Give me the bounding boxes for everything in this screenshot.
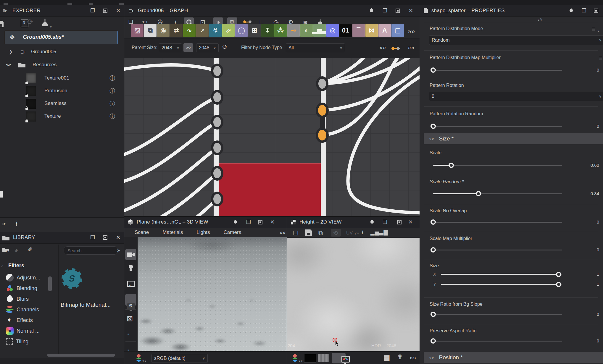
section-header-size[interactable]: ∨ Size *: [424, 133, 603, 144]
parent-height-select[interactable]: 2048∨: [196, 43, 219, 52]
menu-item[interactable]: Camera: [224, 229, 241, 235]
view2d-maximize-icon[interactable]: [397, 220, 402, 224]
broom-icon[interactable]: [41, 19, 49, 26]
toolbar-overflow-icon[interactable]: »: [408, 44, 414, 50]
uniform-color-node[interactable]: ▨: [131, 24, 144, 37]
rail-collapse-icon[interactable]: »: [126, 331, 131, 336]
view3d-pin-icon[interactable]: [233, 220, 238, 224]
info-icon[interactable]: [109, 100, 115, 108]
dumbbell-icon[interactable]: [391, 47, 400, 50]
info-italic-icon[interactable]: i: [15, 219, 17, 228]
library-filter-item[interactable]: Tiling: [0, 336, 53, 347]
input-connector[interactable]: [211, 140, 223, 155]
properties-pin-icon[interactable]: [569, 8, 574, 13]
pie-icon[interactable]: ◕: [14, 246, 18, 254]
floppy-icon[interactable]: [0, 21, 4, 27]
slider[interactable]: [433, 165, 562, 166]
reset-size-icon[interactable]: ↺: [222, 44, 227, 50]
input-connector[interactable]: [211, 166, 223, 181]
warp-node[interactable]: ↯: [209, 24, 222, 37]
shape-node[interactable]: ◯: [235, 24, 248, 37]
view3d-pane-icon[interactable]: [246, 219, 251, 225]
histogram-icon[interactable]: ▂▅▃▇: [370, 230, 388, 235]
height-blend-node[interactable]: ↧: [261, 24, 274, 37]
pattern-distribution-mode-select[interactable]: Random∨: [429, 35, 603, 45]
param-menu-icon[interactable]: [592, 27, 598, 31]
resource-row[interactable]: Protrusion: [0, 85, 124, 98]
view3d-close-icon[interactable]: [270, 219, 275, 225]
bottombar-overflow-icon[interactable]: »: [409, 355, 416, 360]
spline-node[interactable]: ⌒: [352, 24, 365, 37]
library-item[interactable]: S Bitmap to Material...: [59, 268, 123, 327]
graph-pane-icon[interactable]: [383, 8, 387, 13]
view2d-pane-icon[interactable]: [383, 219, 387, 225]
explorer-pane-icon[interactable]: [90, 8, 95, 13]
resource-row[interactable]: Texture001: [0, 72, 124, 85]
library-filter-item[interactable]: Adjustm...: [0, 272, 53, 283]
menu-overflow-icon[interactable]: »: [280, 230, 286, 235]
list-scrollbar[interactable]: [48, 276, 52, 291]
slider-x[interactable]: [441, 274, 562, 275]
link-size-icon[interactable]: ⚯: [183, 43, 193, 52]
graph-close-icon[interactable]: [409, 8, 413, 13]
view2d-pin-icon[interactable]: [370, 220, 375, 224]
stripes-swatch[interactable]: [318, 354, 329, 362]
display-settings-icon[interactable]: [127, 303, 135, 309]
blend-node[interactable]: ⧉: [144, 24, 157, 37]
add-library-icon[interactable]: +: [2, 247, 9, 253]
search-overflow-icon[interactable]: [117, 247, 120, 253]
file-row-selected[interactable]: Ground005.sbs*: [5, 31, 118, 44]
slider[interactable]: [433, 341, 562, 342]
input-connector[interactable]: [211, 90, 223, 105]
properties-pane-icon[interactable]: [582, 8, 586, 13]
input-connector[interactable]: [211, 64, 223, 78]
bitmap-bits-node[interactable]: 01: [339, 24, 352, 37]
info-icon[interactable]: [109, 75, 115, 82]
pencil-icon[interactable]: ✎: [27, 247, 33, 252]
background-swatch[interactable]: [304, 354, 316, 363]
menu-item[interactable]: Materials: [162, 229, 183, 235]
explorer-maximize-icon[interactable]: [103, 9, 107, 13]
blur-node[interactable]: ◉: [157, 24, 170, 37]
library-filter-item[interactable]: Blending: [0, 283, 53, 294]
filter-overflow-icon[interactable]: »: [379, 44, 386, 50]
tile-sampler-node[interactable]: ⊞: [248, 24, 261, 37]
explorer-close-icon[interactable]: [116, 8, 120, 13]
gradient-node[interactable]: ◐: [300, 24, 313, 37]
environment-icon[interactable]: [127, 281, 135, 287]
node-row-overflow-icon[interactable]: »: [408, 28, 415, 35]
bulb-icon[interactable]: [128, 264, 134, 271]
slider-y[interactable]: [441, 284, 562, 285]
resource-row[interactable]: Texture: [0, 111, 124, 123]
param-menu-icon[interactable]: [599, 56, 603, 60]
library-filter-item[interactable]: Normal ...: [0, 326, 53, 336]
graph-type-icon[interactable]: [1, 221, 6, 227]
channel-shuffle-node[interactable]: ⇄: [170, 24, 183, 37]
slider[interactable]: [433, 222, 562, 223]
directional-blur-node[interactable]: ➚: [196, 24, 209, 37]
folder-row[interactable]: ❯ Resources: [0, 59, 124, 72]
view2d-close-icon[interactable]: [408, 219, 413, 225]
colorspace-icon[interactable]: [136, 354, 141, 362]
output-connector-active[interactable]: [316, 127, 329, 143]
info-italic-icon[interactable]: i: [362, 229, 363, 235]
floppy-icon[interactable]: [305, 229, 312, 236]
geometry-icon[interactable]: [127, 315, 133, 322]
view3d-maximize-icon[interactable]: [258, 220, 262, 224]
colorspace-select[interactable]: sRGB (default)∨: [151, 354, 208, 363]
mannequin-icon[interactable]: ✟: [397, 354, 402, 360]
output-connector[interactable]: [316, 76, 328, 91]
slider[interactable]: [433, 193, 562, 194]
slider[interactable]: [433, 314, 562, 315]
library-filter-item[interactable]: Effects: [0, 315, 53, 326]
resource-row[interactable]: Seamless: [0, 98, 124, 111]
refresh-icon[interactable]: [27, 18, 33, 25]
library-maximize-icon[interactable]: [103, 235, 107, 240]
divider[interactable]: [58, 245, 59, 354]
search-input[interactable]: [64, 246, 118, 255]
symmetry-node[interactable]: ⋈: [365, 24, 378, 37]
properties-maximize-icon[interactable]: [594, 9, 598, 13]
chevron-down-tree-icon[interactable]: ❯: [7, 63, 11, 67]
copy-icon[interactable]: ⧉: [318, 230, 323, 236]
input-connector[interactable]: [211, 115, 223, 130]
